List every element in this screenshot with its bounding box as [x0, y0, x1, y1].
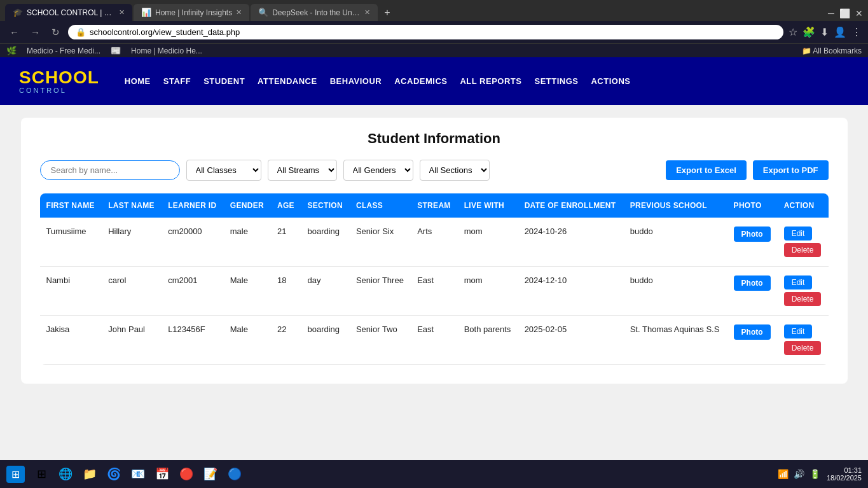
nav-link-academics[interactable]: ACADEMICS [394, 74, 447, 88]
nav-link-actions[interactable]: ACTIONS [591, 74, 630, 88]
nav-link-home[interactable]: HOME [125, 74, 151, 88]
photo-button-row3[interactable]: Photo [734, 324, 771, 340]
nav-link-settings[interactable]: SETTINGS [534, 74, 578, 88]
cell-class-row1: Senior Six [350, 218, 411, 267]
cell-photo-row2: Photo [727, 267, 778, 316]
cell-last-name-row2: carol [102, 267, 162, 316]
minimize-button[interactable]: ─ [828, 8, 834, 18]
new-tab-button[interactable]: + [379, 4, 395, 21]
cell-learner-id-row2: cm2001 [162, 267, 224, 316]
cell-action-row2: EditDelete [778, 267, 829, 316]
back-button[interactable]: ← [6, 25, 22, 39]
address-bar: 🔒 [68, 25, 783, 39]
cell-first-name-row2: Nambi [40, 267, 102, 316]
table-row: JakisaJohn PaulL123456FMale22boardingSen… [40, 316, 829, 365]
profile-icon[interactable]: 👤 [834, 26, 846, 38]
cell-class-row3: Senior Two [350, 316, 411, 365]
cell-live-with-row1: mom [458, 218, 518, 267]
genders-filter[interactable]: All GendersMaleFemale [343, 160, 413, 181]
browser-chrome: 🎓 SCHOOL CONTROL | VIEW STU... ✕ 📊 Home … [0, 0, 868, 21]
browser-toolbar: ← → ↻ 🔒 ☆ 🧩 ⬇ 👤 ⋮ [0, 21, 868, 43]
nav-links: HOMESTAFFSTUDENTATTENDANCEBEHAVIOURACADE… [125, 74, 631, 88]
cell-section-row1: boarding [301, 218, 349, 267]
extensions-icon[interactable]: 🧩 [803, 26, 815, 38]
cell-photo-row3: Photo [727, 316, 778, 365]
cell-date-of-enrollment-row2: 2024-12-10 [518, 267, 624, 316]
col-header-previous-school: PREVIOUS SCHOOL [624, 193, 727, 218]
nav-link-student[interactable]: STUDENT [203, 74, 245, 88]
cell-learner-id-row1: cm20000 [162, 218, 224, 267]
export-pdf-button[interactable]: Export to PDF [753, 160, 829, 180]
tab-close-3[interactable]: ✕ [364, 8, 370, 17]
bookmark-medicio2-icon: 📰 [111, 46, 121, 55]
page-title: Student Information [40, 130, 829, 147]
edit-button-row2[interactable]: Edit [784, 275, 813, 289]
bookmark-star-icon[interactable]: ☆ [789, 26, 797, 38]
cell-gender-row3: Male [224, 316, 271, 365]
photo-button-row2[interactable]: Photo [734, 275, 771, 291]
all-bookmarks[interactable]: 📁 All Bookmarks [802, 46, 862, 55]
delete-button-row2[interactable]: Delete [784, 292, 822, 306]
classes-filter[interactable]: All ClassesSenior OneSenior TwoSenior Th… [186, 160, 261, 181]
cell-previous-school-row1: buddo [624, 218, 727, 267]
col-header-date-of-enrollment: DATE OF ENROLLMENT [518, 193, 624, 218]
col-header-action: ACTION [778, 193, 829, 218]
cell-learner-id-row3: L123456F [162, 316, 224, 365]
col-header-last-name: LAST NAME [102, 193, 162, 218]
edit-button-row3[interactable]: Edit [784, 324, 813, 338]
cell-date-of-enrollment-row3: 2025-02-05 [518, 316, 624, 365]
nav-link-behaviour[interactable]: BEHAVIOUR [330, 74, 382, 88]
bookmark-medicio2[interactable]: Home | Medicio He... [131, 46, 202, 55]
delete-button-row1[interactable]: Delete [784, 243, 822, 257]
browser-tab-3[interactable]: 🔍 DeepSeek - Into the Unknown ✕ [251, 4, 378, 21]
table-header: FIRST NAMELAST NAMELEARNER IDGENDERAGESE… [40, 193, 829, 218]
app-nav: SCHOOL CONTROL HOMESTAFFSTUDENTATTENDANC… [0, 57, 868, 105]
cell-first-name-row1: Tumusiime [40, 218, 102, 267]
nav-link-all-reports[interactable]: ALL REPORTS [460, 74, 521, 88]
export-excel-button[interactable]: Export to Excel [666, 160, 747, 180]
cell-previous-school-row2: buddo [624, 267, 727, 316]
close-button[interactable]: ✕ [855, 8, 863, 18]
tab-bar: 🎓 SCHOOL CONTROL | VIEW STU... ✕ 📊 Home … [5, 4, 863, 21]
filters-row: All ClassesSenior OneSenior TwoSenior Th… [40, 160, 829, 181]
menu-icon[interactable]: ⋮ [851, 26, 862, 38]
cell-last-name-row3: John Paul [102, 316, 162, 365]
col-header-photo: PHOTO [727, 193, 778, 218]
toolbar-icons: ☆ 🧩 ⬇ 👤 ⋮ [789, 26, 862, 38]
download-icon[interactable]: ⬇ [820, 26, 829, 38]
col-header-learner-id: LEARNER ID [162, 193, 224, 218]
cell-class-row2: Senior Three [350, 267, 411, 316]
browser-tab-2[interactable]: 📊 Home | Infinity Insights ✕ [134, 4, 249, 21]
nav-link-attendance[interactable]: ATTENDANCE [258, 74, 317, 88]
bookmark-medicio[interactable]: Medicio - Free Medi... [27, 46, 100, 55]
edit-button-row1[interactable]: Edit [784, 227, 813, 241]
photo-button-row1[interactable]: Photo [734, 227, 771, 242]
cell-gender-row2: Male [224, 267, 271, 316]
cell-photo-row1: Photo [727, 218, 778, 267]
sections-filter[interactable]: All Sectionsboardingday [420, 160, 490, 181]
main-content: Student Information All ClassesSenior On… [21, 118, 848, 384]
cell-age-row3: 22 [271, 316, 301, 365]
delete-button-row3[interactable]: Delete [784, 341, 822, 355]
app-logo: SCHOOL CONTROL [19, 69, 99, 94]
url-input[interactable] [90, 27, 776, 37]
browser-tab-1[interactable]: 🎓 SCHOOL CONTROL | VIEW STU... ✕ [5, 4, 132, 21]
reload-button[interactable]: ↻ [48, 25, 63, 39]
search-input[interactable] [40, 160, 180, 180]
logo-main-text: SCHOOL [19, 69, 99, 87]
cell-age-row1: 21 [271, 218, 301, 267]
table-row: TumusiimeHillarycm20000male21boardingSen… [40, 218, 829, 267]
streams-filter[interactable]: All StreamsArtsEastWestNorthSouth [268, 160, 337, 181]
maximize-button[interactable]: ⬜ [839, 8, 850, 18]
cell-date-of-enrollment-row1: 2024-10-26 [518, 218, 624, 267]
cell-age-row2: 18 [271, 267, 301, 316]
cell-previous-school-row3: St. Thomas Aquinas S.S [624, 316, 727, 365]
tab-label-2: Home | Infinity Insights [155, 8, 232, 17]
tab-close-2[interactable]: ✕ [236, 8, 242, 17]
tab-close-1[interactable]: ✕ [119, 8, 125, 17]
col-header-first-name: FIRST NAME [40, 193, 102, 218]
forward-button[interactable]: → [27, 25, 43, 39]
table-body: TumusiimeHillarycm20000male21boardingSen… [40, 218, 829, 365]
cell-action-row1: EditDelete [778, 218, 829, 267]
nav-link-staff[interactable]: STAFF [163, 74, 191, 88]
